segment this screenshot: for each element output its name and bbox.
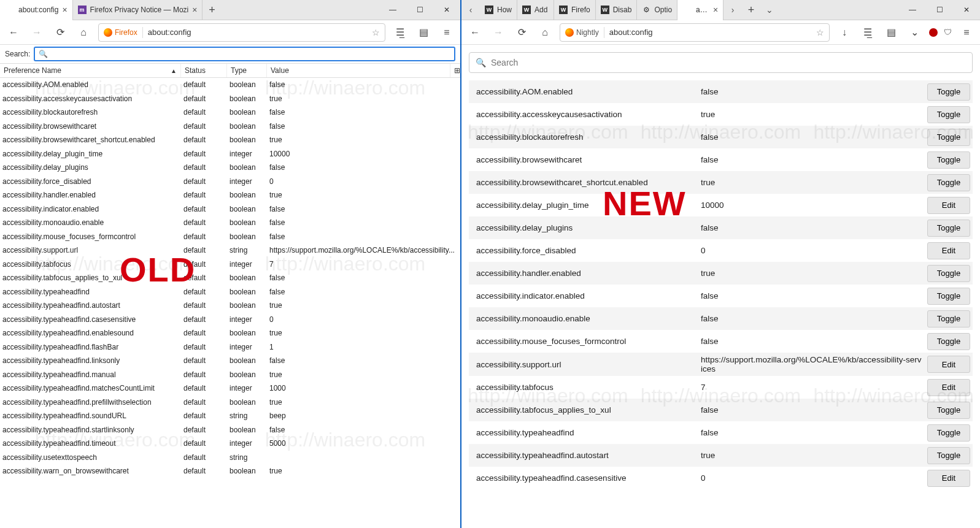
- toggle-button[interactable]: Toggle: [927, 220, 970, 237]
- table-row[interactable]: accessibility.blockautorefreshdefaultboo…: [0, 105, 460, 120]
- browser-tab[interactable]: about:×: [677, 0, 723, 20]
- tab-scroll-right[interactable]: ›: [723, 5, 742, 15]
- minimize-button[interactable]: —: [379, 0, 406, 20]
- bookmark-star-icon[interactable]: ☆: [816, 28, 824, 37]
- col-header-value[interactable]: Value: [267, 64, 450, 77]
- table-row[interactable]: accessibility.handler.enableddefaultbool…: [0, 188, 460, 202]
- table-row[interactable]: accessibility.AOM.enableddefaultbooleanf…: [0, 78, 460, 92]
- table-row[interactable]: accessibility.typeaheadfind.flashBardefa…: [0, 340, 460, 354]
- back-button[interactable]: ←: [466, 24, 484, 41]
- url-bar[interactable]: Firefox about:config ☆: [98, 23, 385, 42]
- table-row[interactable]: accessibility.tabfocusdefaultinteger7: [0, 258, 460, 272]
- table-row[interactable]: accessibility.monoaudio.enabledefaultboo…: [0, 216, 460, 230]
- col-picker[interactable]: ⊞: [450, 64, 460, 77]
- shield-icon[interactable]: 🛡: [944, 28, 952, 37]
- browser-tab[interactable]: mFirefox Privacy Notice — Mozi×: [73, 0, 203, 20]
- search-input[interactable]: [491, 58, 966, 67]
- col-header-name[interactable]: Preference Name▲: [0, 64, 181, 77]
- close-icon[interactable]: ×: [713, 5, 718, 15]
- toggle-button[interactable]: Toggle: [927, 129, 970, 146]
- table-row[interactable]: accessibility.typeaheadfind.startlinkson…: [0, 423, 460, 437]
- browser-tab[interactable]: WAdd: [517, 0, 554, 20]
- toggle-button[interactable]: Toggle: [927, 424, 970, 442]
- browser-tab[interactable]: WFirefo: [554, 0, 596, 20]
- browser-tab[interactable]: WHow: [480, 0, 517, 20]
- table-row[interactable]: accessibility.indicator.enableddefaultbo…: [0, 202, 460, 216]
- toggle-button[interactable]: Toggle: [927, 151, 970, 169]
- back-button[interactable]: ←: [5, 24, 22, 41]
- table-row[interactable]: accessibility.typeaheadfind.casesensitiv…: [0, 313, 460, 327]
- toggle-button[interactable]: Toggle: [927, 402, 970, 419]
- col-header-status[interactable]: Status: [181, 64, 227, 77]
- table-row[interactable]: accessibility.usetexttospeechdefaultstri…: [0, 451, 460, 465]
- search-input[interactable]: 🔍: [34, 47, 455, 61]
- edit-button[interactable]: Edit: [927, 379, 970, 396]
- close-icon[interactable]: ×: [62, 5, 67, 15]
- table-row[interactable]: accessibility.browsewithcaretdefaultbool…: [0, 120, 460, 134]
- close-icon[interactable]: ×: [192, 5, 197, 15]
- pref-list-body[interactable]: NEW accessibility.AOM.enabledfalseToggle…: [461, 80, 980, 528]
- table-row[interactable]: accessibility.typeaheadfind.autostartdef…: [0, 299, 460, 313]
- bookmark-star-icon[interactable]: ☆: [372, 28, 380, 37]
- toggle-button[interactable]: Toggle: [927, 83, 970, 101]
- new-tab-button[interactable]: +: [203, 4, 221, 17]
- table-row[interactable]: accessibility.typeaheadfind.matchesCount…: [0, 381, 460, 396]
- table-row[interactable]: accessibility.typeaheadfinddefaultboolea…: [0, 285, 460, 299]
- tab-scroll-left[interactable]: ‹: [461, 5, 480, 15]
- pref-table-body[interactable]: OLD accessibility.AOM.enableddefaultbool…: [0, 78, 460, 528]
- table-row[interactable]: accessibility.force_disableddefaultinteg…: [0, 175, 460, 189]
- toggle-button[interactable]: Toggle: [927, 174, 970, 191]
- reload-button[interactable]: ⟳: [52, 24, 69, 41]
- home-button[interactable]: ⌂: [536, 24, 554, 41]
- table-row[interactable]: accessibility.typeaheadfind.prefillwiths…: [0, 396, 460, 410]
- forward-button[interactable]: →: [28, 24, 45, 41]
- library-button[interactable]: ☰̲: [392, 24, 409, 41]
- table-row[interactable]: accessibility.support.urldefaultstringht…: [0, 243, 460, 258]
- toggle-button[interactable]: Toggle: [927, 265, 970, 282]
- sidebar-button[interactable]: ▤: [882, 24, 900, 41]
- identity-box[interactable]: Nightly: [565, 28, 599, 37]
- table-row[interactable]: accessibility.typeaheadfind.manualdefaul…: [0, 368, 460, 382]
- reload-button[interactable]: ⟳: [513, 24, 530, 41]
- forward-button[interactable]: →: [490, 24, 507, 41]
- toggle-button[interactable]: Toggle: [927, 333, 970, 350]
- col-header-type[interactable]: Type: [227, 64, 267, 77]
- toggle-button[interactable]: Toggle: [927, 106, 970, 123]
- table-row[interactable]: accessibility.warn_on_browsewithcaretdef…: [0, 464, 460, 478]
- downloads-button[interactable]: ↓: [836, 24, 853, 41]
- home-button[interactable]: ⌂: [75, 24, 92, 41]
- browser-tab[interactable]: WDisab: [596, 0, 638, 20]
- table-row[interactable]: accessibility.browsewithcaret_shortcut.e…: [0, 133, 460, 147]
- toggle-button[interactable]: Toggle: [927, 310, 970, 327]
- table-row[interactable]: accessibility.typeaheadfind.soundURLdefa…: [0, 409, 460, 423]
- toggle-button[interactable]: Toggle: [927, 447, 970, 464]
- edit-button[interactable]: Edit: [927, 242, 970, 259]
- table-row[interactable]: accessibility.typeaheadfind.linksonlydef…: [0, 354, 460, 368]
- table-row[interactable]: accessibility.typeaheadfind.enablesoundd…: [0, 326, 460, 340]
- table-row[interactable]: accessibility.tabfocus_applies_to_xuldef…: [0, 271, 460, 285]
- close-window-button[interactable]: ✕: [953, 0, 980, 20]
- browser-tab[interactable]: ⚙Optio: [637, 0, 677, 20]
- table-row[interactable]: accessibility.delay_pluginsdefaultboolea…: [0, 161, 460, 175]
- pocket-button[interactable]: ⌄: [906, 24, 923, 41]
- minimize-button[interactable]: —: [899, 0, 926, 20]
- identity-box[interactable]: Firefox: [104, 28, 137, 37]
- edit-button[interactable]: Edit: [927, 470, 970, 487]
- all-tabs-dropdown[interactable]: ⌄: [760, 5, 779, 15]
- menu-button[interactable]: ≡: [438, 24, 455, 41]
- table-row[interactable]: accessibility.accesskeycausesactivationd…: [0, 92, 460, 106]
- edit-button[interactable]: Edit: [927, 197, 970, 214]
- new-tab-button[interactable]: +: [742, 4, 760, 17]
- table-row[interactable]: accessibility.typeaheadfind.timeoutdefau…: [0, 437, 460, 451]
- maximize-button[interactable]: ☐: [406, 0, 433, 20]
- table-row[interactable]: accessibility.delay_plugin_timedefaultin…: [0, 147, 460, 161]
- library-button[interactable]: ☰̲: [859, 24, 876, 41]
- url-bar[interactable]: Nightly about:config ☆: [560, 23, 830, 42]
- maximize-button[interactable]: ☐: [926, 0, 953, 20]
- menu-button[interactable]: ≡: [958, 24, 975, 41]
- edit-button[interactable]: Edit: [927, 356, 970, 373]
- ublock-icon[interactable]: [929, 28, 938, 37]
- close-window-button[interactable]: ✕: [433, 0, 460, 20]
- sidebar-button[interactable]: ▤: [415, 24, 432, 41]
- toggle-button[interactable]: Toggle: [927, 288, 970, 305]
